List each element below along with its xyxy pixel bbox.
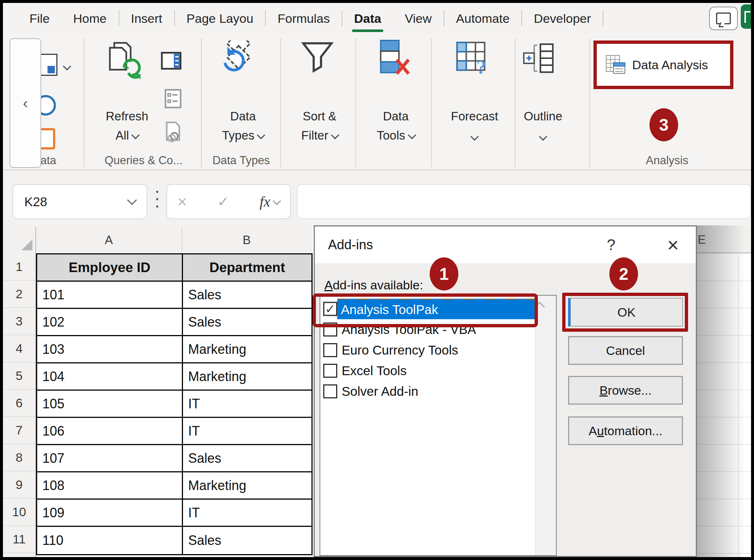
table-cell[interactable]: Sales: [183, 282, 311, 309]
row-header-9[interactable]: 9: [3, 471, 35, 499]
table-cell[interactable]: Sales: [183, 527, 311, 554]
row-header-1[interactable]: 1: [3, 253, 35, 281]
data-tools-label-2[interactable]: Tools: [364, 127, 427, 144]
add-ins-available-label: Add-ins available:: [324, 278, 423, 292]
column-header-b[interactable]: B: [182, 227, 311, 253]
table-cell[interactable]: 104: [37, 363, 183, 391]
forecast-button[interactable]: ?: [454, 39, 490, 76]
table-cell[interactable]: 109: [37, 500, 183, 527]
table-cell[interactable]: IT: [183, 418, 311, 445]
checkbox-unchecked[interactable]: [323, 384, 337, 398]
sort-filter-label-2[interactable]: Filter: [288, 127, 351, 144]
tab-file[interactable]: File: [18, 3, 61, 34]
forecast-label[interactable]: Forecast: [443, 108, 506, 125]
outline-button[interactable]: [523, 42, 556, 74]
table-cell[interactable]: Sales: [183, 445, 311, 472]
table-cell[interactable]: Marketing: [183, 336, 311, 363]
row-header-8[interactable]: 8: [3, 444, 35, 471]
listbox-scrollbar[interactable]: [535, 296, 556, 555]
dialog-close-button[interactable]: ×: [660, 226, 686, 263]
table-cell[interactable]: 105: [37, 391, 183, 418]
tab-data[interactable]: Data: [342, 3, 393, 34]
row-header-10[interactable]: 10: [3, 499, 35, 526]
table-cell[interactable]: 103: [37, 336, 183, 363]
tab-page-layout[interactable]: Page Layou: [175, 3, 265, 34]
tab-automate[interactable]: Automate: [444, 3, 522, 34]
column-header-a[interactable]: A: [36, 227, 182, 253]
data-types-button[interactable]: [219, 40, 258, 80]
tab-home[interactable]: Home: [61, 3, 119, 34]
selected-item-label: Analysis ToolPak: [337, 299, 535, 319]
automation-accel-letter: u: [597, 424, 604, 438]
sort-filter-button[interactable]: [299, 39, 336, 76]
scroll-up-icon[interactable]: [535, 302, 545, 312]
data-analysis-button[interactable]: Data Analysis: [605, 54, 708, 75]
tab-view[interactable]: View: [393, 3, 443, 34]
confirm-entry-icon[interactable]: ✓: [217, 194, 229, 210]
data-tools-button[interactable]: [376, 38, 411, 76]
forecast-chevron[interactable]: [443, 128, 506, 146]
data-types-label-text: Types: [222, 128, 254, 142]
table-cell[interactable]: 107: [37, 445, 183, 472]
table-header-cell[interactable]: Employee ID: [37, 254, 183, 282]
row-header-3[interactable]: 3: [3, 308, 35, 335]
checkbox-unchecked[interactable]: [323, 343, 337, 357]
select-all-corner[interactable]: [3, 227, 36, 253]
table-cell[interactable]: Sales: [183, 309, 311, 336]
row-header-5[interactable]: 5: [3, 362, 35, 390]
fx-icon: fx: [260, 193, 270, 210]
table-cell[interactable]: 101: [37, 282, 183, 309]
sort-filter-label-1[interactable]: Sort &: [288, 108, 351, 125]
dialog-title: Add-ins: [328, 226, 373, 263]
data-tools-label-text: Tools: [377, 128, 405, 142]
refresh-all-label-1[interactable]: Refresh: [96, 108, 158, 125]
tab-formulas[interactable]: Formulas: [266, 3, 342, 34]
list-item-analysis-toolpak-vba[interactable]: Analysis ToolPak - VBA: [320, 319, 535, 340]
checkbox-unchecked[interactable]: [323, 364, 337, 378]
automation-button[interactable]: Automation...: [568, 416, 683, 445]
browse-button[interactable]: Browse...: [568, 376, 683, 405]
tab-insert[interactable]: Insert: [119, 3, 174, 34]
checkbox-unchecked[interactable]: [323, 323, 337, 337]
name-box[interactable]: K28: [13, 184, 147, 219]
table-cell[interactable]: 108: [37, 472, 183, 500]
tab-developer[interactable]: Developer: [522, 3, 603, 34]
table-header-cell[interactable]: Department: [183, 254, 311, 282]
table-cell[interactable]: 110: [37, 527, 183, 554]
workbook-links-button[interactable]: [164, 121, 182, 143]
row-header-4[interactable]: 4: [3, 335, 35, 362]
table-cell[interactable]: Marketing: [183, 363, 311, 391]
data-types-label-1[interactable]: Data: [212, 108, 274, 125]
data-tools-label-1[interactable]: Data: [364, 108, 427, 125]
comments-button[interactable]: [709, 7, 738, 30]
insert-function-button[interactable]: fx: [260, 193, 280, 210]
formula-input[interactable]: [297, 184, 751, 219]
properties-button[interactable]: [164, 88, 182, 109]
table-cell[interactable]: 106: [37, 418, 183, 445]
table-cell[interactable]: IT: [183, 391, 311, 418]
share-glyph: [744, 11, 750, 23]
ok-button[interactable]: OK: [568, 298, 683, 327]
dialog-help-button[interactable]: ?: [600, 226, 622, 263]
collapsed-pane[interactable]: ‹: [10, 38, 41, 168]
row-header-6[interactable]: 6: [3, 390, 35, 417]
outline-chevron[interactable]: [512, 128, 574, 146]
data-types-label-2[interactable]: Types: [212, 127, 274, 144]
list-item-euro-currency-tools[interactable]: Euro Currency Tools: [320, 340, 535, 360]
list-item-excel-tools[interactable]: Excel Tools: [320, 360, 535, 381]
cancel-entry-icon[interactable]: ×: [177, 193, 187, 211]
table-cell[interactable]: Marketing: [183, 472, 311, 500]
checkbox-checked[interactable]: ✓: [323, 302, 337, 316]
queries-connections-button[interactable]: [161, 50, 182, 71]
list-item-solver-add-in[interactable]: Solver Add-in: [320, 381, 535, 402]
list-item-analysis-toolpak[interactable]: ✓ Analysis ToolPak: [320, 299, 535, 319]
cancel-button[interactable]: Cancel: [568, 336, 683, 365]
row-header-7[interactable]: 7: [3, 417, 35, 444]
table-cell[interactable]: 102: [37, 309, 183, 336]
table-cell[interactable]: IT: [183, 500, 311, 527]
refresh-all-button[interactable]: [108, 41, 143, 80]
refresh-all-label-2[interactable]: All: [96, 127, 158, 144]
row-header-2[interactable]: 2: [3, 281, 35, 308]
row-header-11[interactable]: 11: [3, 526, 35, 553]
outline-label[interactable]: Outline: [512, 108, 574, 125]
